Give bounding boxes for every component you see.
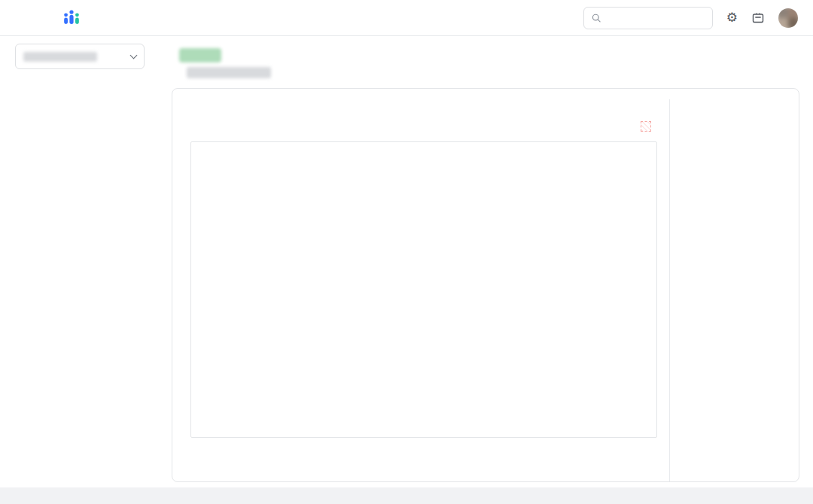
search-icon	[592, 13, 601, 23]
focus-area-swatch	[641, 121, 651, 132]
app-logo[interactable]	[62, 8, 87, 28]
report-card	[172, 88, 799, 482]
redacted-status-badge	[179, 48, 221, 62]
comparison-pane	[172, 99, 669, 481]
search-input[interactable]	[605, 13, 705, 23]
redacted-selector-value	[23, 52, 97, 62]
approval-badge-icon[interactable]	[751, 11, 765, 25]
page-footer-strip	[0, 487, 813, 504]
feishu-performance-logo-icon	[62, 8, 81, 28]
global-search[interactable]	[583, 7, 713, 29]
user-avatar[interactable]	[778, 8, 798, 28]
redacted-deadline-value	[187, 67, 271, 78]
review-cycle-selector[interactable]	[15, 44, 145, 69]
chevron-down-icon	[130, 52, 138, 59]
right-anchor-nav	[669, 99, 799, 481]
focus-area-legend	[641, 121, 657, 132]
left-sidebar	[0, 36, 157, 487]
top-navbar: ⚙	[0, 0, 813, 36]
report-tabs	[172, 89, 799, 99]
self-vs-final-matrix	[190, 141, 657, 438]
page-subtitle	[172, 67, 799, 78]
settings-gear-icon[interactable]: ⚙	[726, 11, 738, 24]
